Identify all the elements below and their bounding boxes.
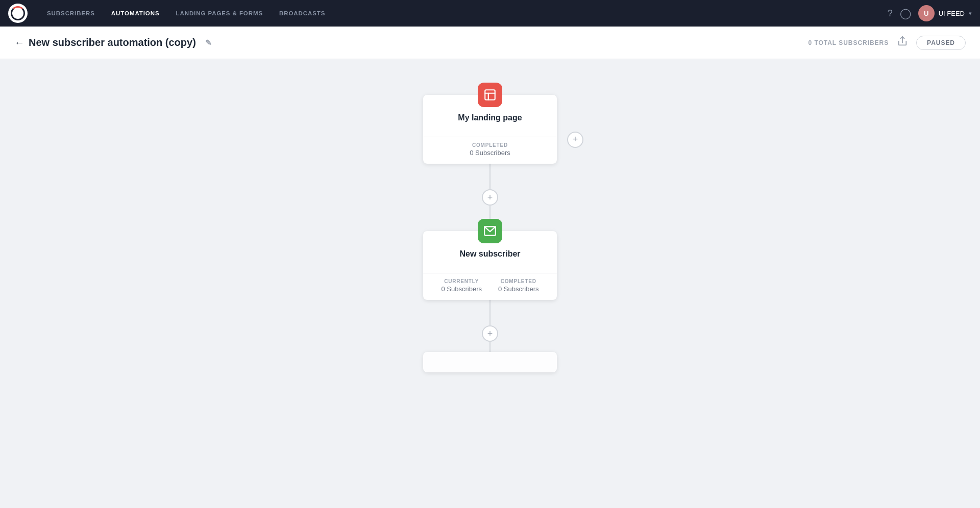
stat-label-completed: COMPLETED bbox=[501, 278, 536, 284]
stat-value-currently: 0 Subscribers bbox=[442, 285, 482, 293]
landing-page-icon bbox=[483, 88, 497, 101]
stat-value: 0 Subscribers bbox=[470, 149, 510, 157]
page-title: New subscriber automation (copy) bbox=[29, 37, 196, 48]
landing-page-node[interactable]: My landing page COMPLETED 0 Subscribers … bbox=[423, 95, 557, 164]
back-button[interactable]: ← New subscriber automation (copy) ✎ bbox=[14, 37, 212, 48]
email-icon bbox=[483, 224, 497, 238]
node-stats-2: CURRENTLY 0 Subscribers COMPLETED 0 Subs… bbox=[423, 273, 557, 300]
connector-line-3 bbox=[489, 300, 491, 325]
connector-line bbox=[489, 164, 491, 189]
stat-value-completed: 0 Subscribers bbox=[498, 285, 538, 293]
nav-subscribers[interactable]: SUBSCRIBERS bbox=[40, 7, 102, 19]
landing-page-icon-wrapper bbox=[478, 83, 502, 107]
export-icon[interactable] bbox=[897, 36, 908, 49]
subheader: ← New subscriber automation (copy) ✎ 0 T… bbox=[0, 27, 980, 59]
add-step-button-1[interactable]: + bbox=[482, 189, 498, 206]
total-subscribers: 0 TOTAL SUBSCRIBERS bbox=[808, 39, 889, 46]
node-stat-completed: COMPLETED 0 Subscribers bbox=[498, 278, 538, 293]
nav-links: SUBSCRIBERS AUTOMATIONS LANDING PAGES & … bbox=[40, 7, 888, 19]
node-stats: COMPLETED 0 Subscribers bbox=[423, 137, 557, 164]
nav-broadcasts[interactable]: BROADCASTS bbox=[272, 7, 332, 19]
svg-rect-1 bbox=[485, 90, 495, 100]
canvas[interactable]: My landing page COMPLETED 0 Subscribers … bbox=[0, 59, 980, 508]
nav-automations[interactable]: AUTOMATIONS bbox=[104, 7, 167, 19]
nav-landing-pages[interactable]: LANDING PAGES & FORMS bbox=[169, 7, 271, 19]
paused-button[interactable]: PAUSED bbox=[916, 36, 966, 50]
node-stat-currently: CURRENTLY 0 Subscribers bbox=[442, 278, 482, 293]
connector-line-4 bbox=[489, 342, 491, 352]
nav-right: ? ◯ U UI FEED ▾ bbox=[888, 5, 972, 21]
node-title-2: New subscriber bbox=[433, 249, 547, 259]
new-subscriber-node[interactable]: New subscriber CURRENTLY 0 Subscribers C… bbox=[423, 231, 557, 300]
user-label: UI FEED bbox=[939, 10, 965, 17]
partial-node[interactable] bbox=[423, 352, 557, 372]
notification-icon[interactable]: ◯ bbox=[900, 7, 911, 19]
stat-label: COMPLETED bbox=[472, 142, 508, 148]
back-arrow-icon: ← bbox=[14, 37, 24, 48]
email-icon-wrapper bbox=[478, 219, 502, 243]
add-step-button-2[interactable]: + bbox=[482, 325, 498, 342]
node-title: My landing page bbox=[433, 113, 547, 122]
avatar: U bbox=[918, 5, 935, 21]
flow-container: My landing page COMPLETED 0 Subscribers … bbox=[423, 80, 557, 372]
user-menu[interactable]: U UI FEED ▾ bbox=[918, 5, 972, 21]
navbar: SUBSCRIBERS AUTOMATIONS LANDING PAGES & … bbox=[0, 0, 980, 27]
help-icon[interactable]: ? bbox=[888, 8, 893, 19]
subheader-right: 0 TOTAL SUBSCRIBERS PAUSED bbox=[808, 36, 966, 50]
user-chevron-icon: ▾ bbox=[969, 10, 972, 17]
logo[interactable] bbox=[8, 4, 28, 23]
stat-label-currently: CURRENTLY bbox=[444, 278, 479, 284]
node-stat: COMPLETED 0 Subscribers bbox=[470, 142, 510, 157]
branch-plus-button[interactable]: + bbox=[567, 132, 583, 148]
edit-icon[interactable]: ✎ bbox=[205, 38, 212, 47]
